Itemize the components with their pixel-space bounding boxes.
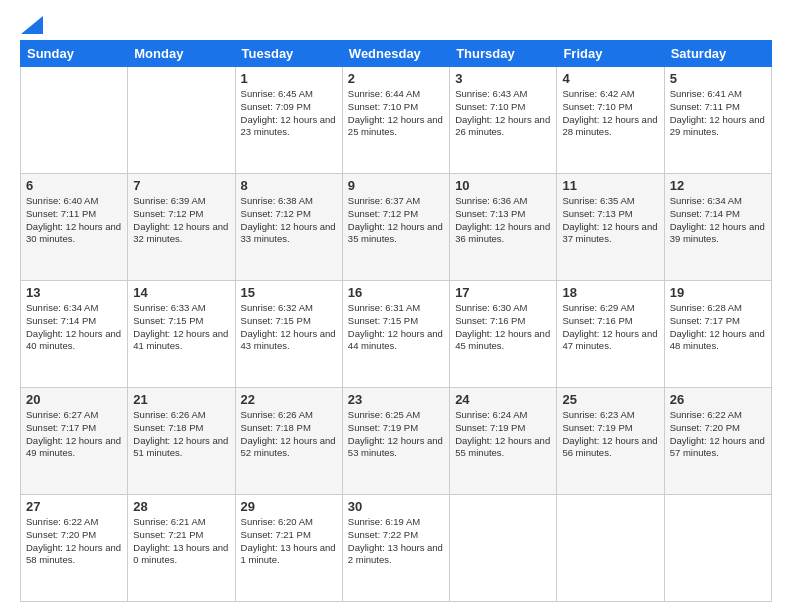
day-info: Sunrise: 6:43 AM Sunset: 7:10 PM Dayligh… <box>455 88 551 139</box>
calendar-day-cell: 14Sunrise: 6:33 AM Sunset: 7:15 PM Dayli… <box>128 281 235 388</box>
day-number: 10 <box>455 178 551 193</box>
calendar-day-cell <box>450 495 557 602</box>
calendar-day-header: Thursday <box>450 41 557 67</box>
day-number: 19 <box>670 285 766 300</box>
day-info: Sunrise: 6:29 AM Sunset: 7:16 PM Dayligh… <box>562 302 658 353</box>
day-info: Sunrise: 6:26 AM Sunset: 7:18 PM Dayligh… <box>133 409 229 460</box>
calendar-day-cell: 11Sunrise: 6:35 AM Sunset: 7:13 PM Dayli… <box>557 174 664 281</box>
calendar-day-cell: 12Sunrise: 6:34 AM Sunset: 7:14 PM Dayli… <box>664 174 771 281</box>
day-number: 14 <box>133 285 229 300</box>
logo-triangle-icon <box>21 16 43 34</box>
calendar-day-cell: 23Sunrise: 6:25 AM Sunset: 7:19 PM Dayli… <box>342 388 449 495</box>
day-info: Sunrise: 6:41 AM Sunset: 7:11 PM Dayligh… <box>670 88 766 139</box>
day-info: Sunrise: 6:32 AM Sunset: 7:15 PM Dayligh… <box>241 302 337 353</box>
day-info: Sunrise: 6:25 AM Sunset: 7:19 PM Dayligh… <box>348 409 444 460</box>
day-info: Sunrise: 6:30 AM Sunset: 7:16 PM Dayligh… <box>455 302 551 353</box>
day-number: 29 <box>241 499 337 514</box>
day-number: 24 <box>455 392 551 407</box>
day-number: 3 <box>455 71 551 86</box>
calendar-day-cell <box>128 67 235 174</box>
day-info: Sunrise: 6:26 AM Sunset: 7:18 PM Dayligh… <box>241 409 337 460</box>
calendar-day-cell: 24Sunrise: 6:24 AM Sunset: 7:19 PM Dayli… <box>450 388 557 495</box>
day-number: 1 <box>241 71 337 86</box>
page: SundayMondayTuesdayWednesdayThursdayFrid… <box>0 0 792 612</box>
day-number: 8 <box>241 178 337 193</box>
calendar-day-cell: 17Sunrise: 6:30 AM Sunset: 7:16 PM Dayli… <box>450 281 557 388</box>
calendar-day-cell: 10Sunrise: 6:36 AM Sunset: 7:13 PM Dayli… <box>450 174 557 281</box>
calendar-day-cell: 16Sunrise: 6:31 AM Sunset: 7:15 PM Dayli… <box>342 281 449 388</box>
calendar-day-cell: 21Sunrise: 6:26 AM Sunset: 7:18 PM Dayli… <box>128 388 235 495</box>
day-number: 20 <box>26 392 122 407</box>
day-info: Sunrise: 6:38 AM Sunset: 7:12 PM Dayligh… <box>241 195 337 246</box>
calendar-day-cell: 20Sunrise: 6:27 AM Sunset: 7:17 PM Dayli… <box>21 388 128 495</box>
calendar-table: SundayMondayTuesdayWednesdayThursdayFrid… <box>20 40 772 602</box>
day-number: 26 <box>670 392 766 407</box>
calendar-day-cell: 30Sunrise: 6:19 AM Sunset: 7:22 PM Dayli… <box>342 495 449 602</box>
day-info: Sunrise: 6:21 AM Sunset: 7:21 PM Dayligh… <box>133 516 229 567</box>
header <box>20 16 772 30</box>
calendar-week-row: 13Sunrise: 6:34 AM Sunset: 7:14 PM Dayli… <box>21 281 772 388</box>
calendar-day-cell: 3Sunrise: 6:43 AM Sunset: 7:10 PM Daylig… <box>450 67 557 174</box>
calendar-week-row: 6Sunrise: 6:40 AM Sunset: 7:11 PM Daylig… <box>21 174 772 281</box>
day-info: Sunrise: 6:19 AM Sunset: 7:22 PM Dayligh… <box>348 516 444 567</box>
calendar-day-cell: 13Sunrise: 6:34 AM Sunset: 7:14 PM Dayli… <box>21 281 128 388</box>
day-info: Sunrise: 6:42 AM Sunset: 7:10 PM Dayligh… <box>562 88 658 139</box>
day-info: Sunrise: 6:23 AM Sunset: 7:19 PM Dayligh… <box>562 409 658 460</box>
calendar-header-row: SundayMondayTuesdayWednesdayThursdayFrid… <box>21 41 772 67</box>
svg-marker-0 <box>21 16 43 34</box>
calendar-day-header: Wednesday <box>342 41 449 67</box>
calendar-week-row: 27Sunrise: 6:22 AM Sunset: 7:20 PM Dayli… <box>21 495 772 602</box>
day-number: 27 <box>26 499 122 514</box>
day-number: 28 <box>133 499 229 514</box>
day-number: 22 <box>241 392 337 407</box>
day-number: 4 <box>562 71 658 86</box>
calendar-day-cell: 28Sunrise: 6:21 AM Sunset: 7:21 PM Dayli… <box>128 495 235 602</box>
calendar-day-cell: 29Sunrise: 6:20 AM Sunset: 7:21 PM Dayli… <box>235 495 342 602</box>
calendar-day-cell: 22Sunrise: 6:26 AM Sunset: 7:18 PM Dayli… <box>235 388 342 495</box>
calendar-day-cell: 25Sunrise: 6:23 AM Sunset: 7:19 PM Dayli… <box>557 388 664 495</box>
calendar-day-header: Monday <box>128 41 235 67</box>
calendar-day-header: Tuesday <box>235 41 342 67</box>
day-number: 9 <box>348 178 444 193</box>
calendar-day-cell: 7Sunrise: 6:39 AM Sunset: 7:12 PM Daylig… <box>128 174 235 281</box>
calendar-day-cell: 6Sunrise: 6:40 AM Sunset: 7:11 PM Daylig… <box>21 174 128 281</box>
calendar-day-header: Saturday <box>664 41 771 67</box>
day-info: Sunrise: 6:24 AM Sunset: 7:19 PM Dayligh… <box>455 409 551 460</box>
day-info: Sunrise: 6:31 AM Sunset: 7:15 PM Dayligh… <box>348 302 444 353</box>
calendar-day-cell: 2Sunrise: 6:44 AM Sunset: 7:10 PM Daylig… <box>342 67 449 174</box>
day-info: Sunrise: 6:36 AM Sunset: 7:13 PM Dayligh… <box>455 195 551 246</box>
day-number: 30 <box>348 499 444 514</box>
day-number: 17 <box>455 285 551 300</box>
day-number: 12 <box>670 178 766 193</box>
day-number: 18 <box>562 285 658 300</box>
day-number: 11 <box>562 178 658 193</box>
day-info: Sunrise: 6:28 AM Sunset: 7:17 PM Dayligh… <box>670 302 766 353</box>
day-number: 15 <box>241 285 337 300</box>
calendar-day-cell: 5Sunrise: 6:41 AM Sunset: 7:11 PM Daylig… <box>664 67 771 174</box>
day-number: 13 <box>26 285 122 300</box>
day-number: 6 <box>26 178 122 193</box>
day-info: Sunrise: 6:27 AM Sunset: 7:17 PM Dayligh… <box>26 409 122 460</box>
day-number: 21 <box>133 392 229 407</box>
logo <box>20 16 44 30</box>
calendar-day-cell <box>557 495 664 602</box>
calendar-day-cell: 19Sunrise: 6:28 AM Sunset: 7:17 PM Dayli… <box>664 281 771 388</box>
calendar-day-cell: 4Sunrise: 6:42 AM Sunset: 7:10 PM Daylig… <box>557 67 664 174</box>
calendar-day-cell: 27Sunrise: 6:22 AM Sunset: 7:20 PM Dayli… <box>21 495 128 602</box>
day-info: Sunrise: 6:34 AM Sunset: 7:14 PM Dayligh… <box>26 302 122 353</box>
day-info: Sunrise: 6:45 AM Sunset: 7:09 PM Dayligh… <box>241 88 337 139</box>
calendar-day-header: Friday <box>557 41 664 67</box>
day-number: 25 <box>562 392 658 407</box>
calendar-day-cell: 9Sunrise: 6:37 AM Sunset: 7:12 PM Daylig… <box>342 174 449 281</box>
day-info: Sunrise: 6:40 AM Sunset: 7:11 PM Dayligh… <box>26 195 122 246</box>
day-info: Sunrise: 6:22 AM Sunset: 7:20 PM Dayligh… <box>26 516 122 567</box>
calendar-week-row: 20Sunrise: 6:27 AM Sunset: 7:17 PM Dayli… <box>21 388 772 495</box>
day-number: 5 <box>670 71 766 86</box>
day-info: Sunrise: 6:33 AM Sunset: 7:15 PM Dayligh… <box>133 302 229 353</box>
day-info: Sunrise: 6:35 AM Sunset: 7:13 PM Dayligh… <box>562 195 658 246</box>
calendar-week-row: 1Sunrise: 6:45 AM Sunset: 7:09 PM Daylig… <box>21 67 772 174</box>
calendar-day-header: Sunday <box>21 41 128 67</box>
day-info: Sunrise: 6:44 AM Sunset: 7:10 PM Dayligh… <box>348 88 444 139</box>
calendar-day-cell <box>664 495 771 602</box>
calendar-day-cell: 15Sunrise: 6:32 AM Sunset: 7:15 PM Dayli… <box>235 281 342 388</box>
